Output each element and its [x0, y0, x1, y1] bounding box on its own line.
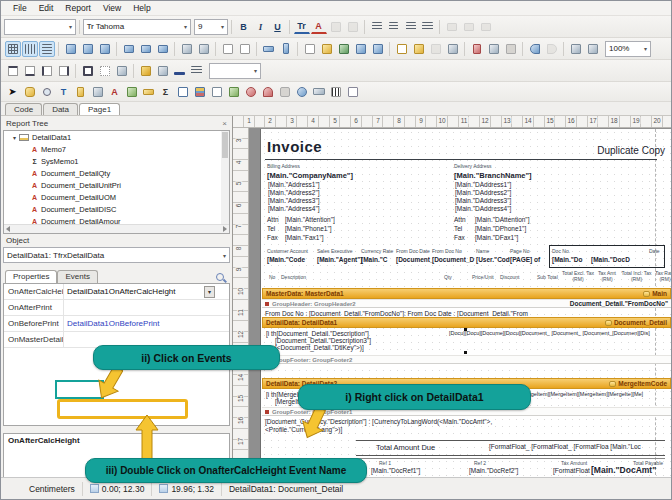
text-object-tool[interactable]: A: [107, 85, 123, 99]
zoom-combo[interactable]: 100%▾: [605, 41, 651, 57]
event-row-onbeforeprint[interactable]: OnBeforePrint DetailData1OnBeforePrint: [4, 316, 229, 332]
tree-item[interactable]: ΣSysMemo1: [4, 155, 229, 167]
memo-fromdocdate[interactable]: [Document_: [396, 256, 434, 263]
background-button[interactable]: [155, 63, 171, 79]
col-sub-total[interactable]: Sub Total: [537, 274, 558, 280]
border-right-button[interactable]: [56, 63, 72, 79]
fax-label[interactable]: Fax: [267, 234, 278, 241]
fit-to-grid-button[interactable]: [39, 41, 55, 57]
line-color-button[interactable]: [172, 63, 188, 79]
ref2-label[interactable]: Ref 2: [474, 460, 486, 466]
doc-no-label[interactable]: Doc No.: [552, 248, 570, 254]
col-description[interactable]: Description: [281, 274, 306, 280]
memo-invoice-title[interactable]: Invoice: [267, 138, 322, 155]
memo-docref2[interactable]: [Main."DocRef2"]: [469, 467, 518, 474]
chart-object-tool[interactable]: [192, 84, 208, 100]
memo-detail1-description[interactable]: [i th[Document_Detail."Description"]: [266, 330, 369, 337]
menu-report[interactable]: Report: [59, 3, 97, 13]
memo-phone[interactable]: [Main."Phone1"]: [285, 225, 332, 232]
memo-dfax[interactable]: [Main."DFax1"]: [475, 234, 518, 241]
tree-item[interactable]: ADocument_DetailUnitPri: [4, 179, 229, 191]
tree-horizontal-scrollbar[interactable]: [4, 224, 229, 233]
scroll-right-icon[interactable]: [223, 226, 227, 232]
tree-item[interactable]: AMemo7: [4, 143, 229, 155]
attn-label[interactable]: Attn: [267, 216, 279, 223]
memo-detail1-dtlkey[interactable]: [<Document_Detail."DtlKey">)]: [275, 344, 364, 351]
memo-address4[interactable]: [Main."Address4"]: [268, 205, 320, 212]
align-to-grid-button[interactable]: [22, 41, 38, 57]
col-qty[interactable]: Qty: [444, 274, 452, 280]
align-right-button[interactable]: [403, 19, 419, 35]
center-horizontally-button[interactable]: [220, 41, 236, 57]
format-painter-tool[interactable]: [73, 84, 89, 100]
hand-tool[interactable]: [22, 84, 38, 100]
valign-middle-button[interactable]: [461, 19, 477, 35]
tab-code[interactable]: Code: [5, 103, 42, 115]
memo-attention[interactable]: [Main."Attention"]: [285, 216, 335, 223]
checkbox-object-tool[interactable]: [175, 84, 191, 100]
memo-address2[interactable]: [Main."Address2"]: [268, 189, 320, 196]
memo-docdate[interactable]: [Main."DocD: [591, 256, 630, 263]
memo-branch-name[interactable]: [Main."BranchName"]: [454, 171, 532, 180]
close-panel-icon[interactable]: ×: [222, 119, 227, 128]
highlight-button[interactable]: [328, 19, 344, 35]
chevron-down-icon[interactable]: ▾: [204, 286, 215, 298]
rotation-button[interactable]: [345, 19, 361, 35]
band-detaildata1[interactable]: DetailData: DetailData1 Document_Detail: [262, 317, 671, 328]
font-color-button[interactable]: Tr: [294, 20, 310, 34]
center-vertically-button[interactable]: [237, 41, 253, 57]
memo-daddress3[interactable]: [Main."DAddress3"]: [455, 197, 511, 204]
text-tool[interactable]: T: [56, 84, 72, 100]
send-to-back-button[interactable]: [585, 41, 601, 57]
zoom-tool[interactable]: [39, 84, 55, 100]
band-groupheader2[interactable]: GroupHeader: GroupHeader2 Document_Detai…: [262, 299, 671, 308]
memo-daddress2[interactable]: [Main."DAddress2"]: [455, 189, 511, 196]
memo-docamt[interactable]: [Main."DocAmt": [591, 465, 656, 475]
border-bottom-button[interactable]: [22, 63, 38, 79]
richtext-object-tool[interactable]: [209, 84, 225, 100]
memo-groupheader2-line[interactable]: From Doc No : [Document_Detail."FromDocN…: [265, 310, 528, 317]
scroll-left-icon[interactable]: [6, 226, 10, 232]
tree-root-row[interactable]: ▾ DetailData1: [4, 131, 229, 143]
menu-edit[interactable]: Edit: [33, 3, 60, 13]
memo-currency[interactable]: [Main."C: [361, 256, 388, 263]
memo-docno[interactable]: [Main."Do: [552, 256, 583, 263]
memo-daddress1[interactable]: [Main."DAddress1"]: [455, 181, 511, 188]
objects-align-middle-button[interactable]: [138, 41, 154, 57]
bold-button[interactable]: B: [236, 19, 252, 35]
billing-address-label[interactable]: Billing Address: [267, 163, 300, 169]
tab-properties[interactable]: Properties: [5, 270, 57, 283]
ole-object-tool[interactable]: [311, 84, 327, 100]
tree-item[interactable]: ADocument_DetailQty: [4, 167, 229, 179]
sales-executive-label[interactable]: Sales Executive: [317, 248, 353, 254]
tree-vertical-scrollbar[interactable]: [221, 131, 229, 225]
memo-total-amount-due[interactable]: Total Amount Due: [376, 443, 435, 452]
align-center-button[interactable]: [386, 19, 402, 35]
redo-button[interactable]: [544, 41, 560, 57]
memo-detail1-description3[interactable]: [Document_Detail."Description3"]: [275, 337, 371, 344]
barcode-object-tool[interactable]: [328, 84, 344, 100]
band-groupfooter2[interactable]: GroupFooter: GroupFooter2: [262, 355, 671, 364]
align-left-button[interactable]: [369, 19, 385, 35]
print-preview-button[interactable]: [370, 41, 386, 57]
space-horizontally-button[interactable]: [179, 41, 195, 57]
memo-dattention[interactable]: [Main."DAttention"]: [475, 216, 529, 223]
date-label[interactable]: Date: [649, 248, 660, 254]
object-selector-combo[interactable]: DetailData1: TfrxDetailData ▾: [3, 247, 230, 263]
show-grid-button[interactable]: [5, 41, 21, 57]
objects-align-right-button[interactable]: [97, 41, 113, 57]
memo-daddress4[interactable]: [Main."DAddress4"]: [455, 205, 511, 212]
col-discount[interactable]: Discount: [500, 274, 519, 280]
space-vertically-button[interactable]: [196, 41, 212, 57]
paste-button[interactable]: [503, 41, 519, 57]
name-label[interactable]: Name: [476, 248, 489, 254]
col-tax-rate[interactable]: Tax Rate (RM): [654, 271, 672, 282]
col-price-unit[interactable]: Price/Unit: [472, 274, 494, 280]
menu-view[interactable]: View: [97, 3, 127, 13]
memo-company-name[interactable]: [Main."CompanyName"]: [267, 171, 353, 180]
fax-label[interactable]: Fax: [454, 234, 465, 241]
border-left-button[interactable]: [39, 63, 55, 79]
border-edit-button[interactable]: [114, 63, 130, 79]
event-row-onaftercalcheight[interactable]: OnAfterCalcHeight DetailData1OnAfterCalc…: [4, 284, 229, 300]
band-masterdata1[interactable]: MasterData: MasterData1 Main: [262, 288, 671, 299]
